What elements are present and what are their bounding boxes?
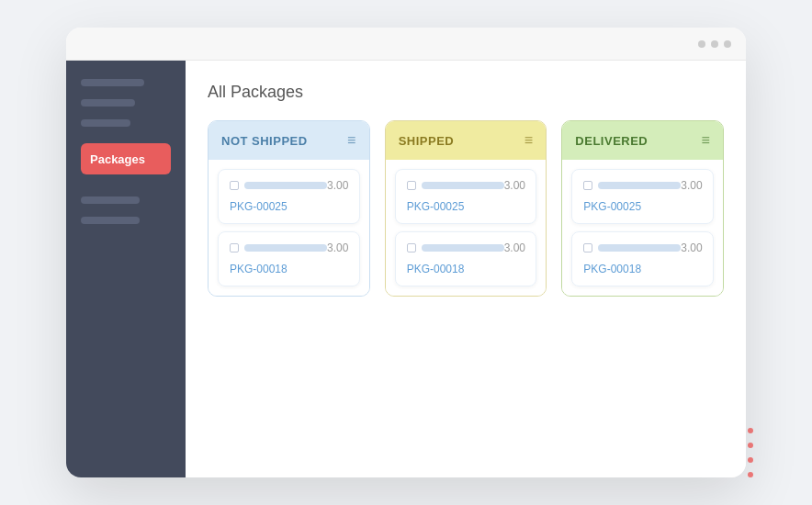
sidebar-item-packages[interactable]: Packages (81, 143, 171, 174)
sidebar-active-label: Packages (90, 152, 145, 166)
card-delivered-1: 3.00 PKG-00025 (571, 169, 714, 224)
package-link-18-s-2[interactable]: PKG-00018 (407, 263, 465, 275)
card-checkbox[interactable] (583, 243, 592, 252)
card-bar-wrap (583, 243, 681, 252)
sidebar-bottom-line-1 (81, 196, 140, 204)
card-delivered-2: 3.00 PKG-00018 (571, 231, 714, 286)
card-top-row: 3.00 (583, 241, 702, 254)
card-checkbox[interactable] (583, 181, 592, 190)
card-bar-wrap (407, 243, 504, 252)
card-shipped-2: 3.00 PKG-00018 (395, 231, 537, 286)
card-shipped-1: 3.00 PKG-00025 (395, 169, 537, 224)
card-bar-wrap (583, 181, 681, 190)
card-checkbox[interactable] (407, 243, 416, 252)
sidebar-bottom-section (81, 196, 171, 224)
column-menu-icon-not-shipped[interactable]: ≡ (347, 132, 356, 149)
card-value: 3.00 (504, 241, 525, 254)
chrome-dot-1 (698, 40, 705, 48)
card-bar-wrap (230, 243, 327, 252)
card-checkbox[interactable] (407, 181, 416, 190)
chrome-dot-3 (724, 40, 731, 48)
card-value: 3.00 (327, 179, 348, 192)
card-value: 3.00 (681, 179, 702, 192)
chrome-dot-2 (711, 40, 718, 48)
column-header-delivered: DELIVERED ≡ (562, 121, 723, 160)
column-body-shipped: 3.00 PKG-00025 3.00 (386, 160, 547, 296)
page-title: All Packages (208, 83, 724, 102)
sidebar-bottom-line-2 (81, 217, 140, 224)
column-body-not-shipped: 3.00 PKG-00025 3.00 (209, 160, 369, 296)
browser-chrome (66, 28, 746, 61)
column-delivered: DELIVERED ≡ 3.00 PKG- (561, 120, 724, 297)
column-header-shipped: SHIPPED ≡ (386, 121, 547, 160)
sidebar: Packages (66, 61, 186, 477)
card-bar (244, 244, 327, 252)
kanban-board: NOT SHIPPED ≡ 3.00 PK (208, 120, 724, 297)
card-top-row: 3.00 (230, 241, 348, 254)
card-top-row: 3.00 (407, 241, 525, 254)
main-content: All Packages NOT SHIPPED ≡ (186, 61, 746, 477)
package-link-25-ns-1[interactable]: PKG-00025 (230, 200, 288, 213)
card-top-row: 3.00 (583, 179, 702, 192)
card-value: 3.00 (504, 179, 525, 192)
card-value: 3.00 (681, 241, 702, 254)
card-bar (244, 182, 327, 189)
card-bar (422, 182, 504, 189)
card-bar-wrap (407, 181, 504, 190)
column-title-shipped: SHIPPED (399, 134, 455, 148)
app-layout: Packages All Packages NOT SHIPPED ≡ (66, 61, 746, 477)
package-link-25-d-1[interactable]: PKG-00025 (583, 200, 641, 213)
sidebar-menu-line-2 (81, 99, 135, 107)
card-top-row: 3.00 (407, 179, 525, 192)
card-bar (598, 244, 681, 252)
column-title-delivered: DELIVERED (575, 134, 648, 148)
card-bar (598, 182, 681, 189)
sidebar-menu-line-3 (81, 119, 130, 127)
card-value: 3.00 (327, 241, 348, 254)
column-menu-icon-shipped[interactable]: ≡ (524, 132, 534, 149)
package-link-18-d-2[interactable]: PKG-00018 (583, 263, 641, 275)
card-checkbox[interactable] (230, 181, 239, 190)
card-bar-wrap (230, 181, 327, 190)
column-body-delivered: 3.00 PKG-00025 3.00 (562, 160, 723, 296)
card-not-shipped-2: 3.00 PKG-00018 (218, 231, 360, 286)
package-link-25-s-1[interactable]: PKG-00025 (407, 200, 465, 213)
card-checkbox[interactable] (230, 243, 239, 252)
column-header-not-shipped: NOT SHIPPED ≡ (209, 121, 369, 160)
card-not-shipped-1: 3.00 PKG-00025 (218, 169, 360, 224)
card-bar (422, 244, 504, 252)
column-not-shipped: NOT SHIPPED ≡ 3.00 PK (208, 120, 370, 297)
package-link-18-ns-2[interactable]: PKG-00018 (230, 263, 288, 275)
browser-window: Packages All Packages NOT SHIPPED ≡ (66, 28, 746, 477)
sidebar-menu-line-1 (81, 79, 144, 86)
column-menu-icon-delivered[interactable]: ≡ (701, 132, 710, 149)
column-shipped: SHIPPED ≡ 3.00 PKG-00 (385, 120, 547, 297)
column-title-not-shipped: NOT SHIPPED (221, 134, 308, 148)
card-top-row: 3.00 (230, 179, 348, 192)
